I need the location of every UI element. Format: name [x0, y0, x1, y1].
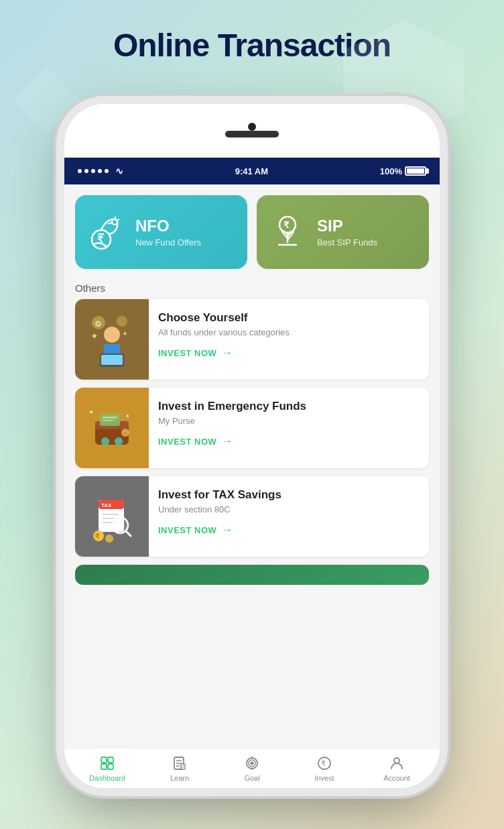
battery-percent: 100% — [380, 166, 402, 176]
svg-point-29 — [101, 437, 109, 445]
svg-point-30 — [115, 437, 123, 445]
nav-item-account[interactable]: Account — [361, 755, 433, 782]
bottom-nav: Dashboard Learn — [64, 748, 440, 788]
sip-title: SIP — [317, 217, 377, 236]
svg-text:RETURN: RETURN — [100, 509, 119, 514]
list-item-choose-yourself[interactable]: ⚙ ✦ ✦ Choose Yoursel — [75, 299, 429, 380]
choose-yourself-cta[interactable]: INVEST NOW → — [158, 347, 233, 359]
svg-rect-46 — [108, 764, 113, 769]
nav-item-goal[interactable]: Goal — [216, 755, 288, 782]
sip-subtitle: Best SIP Funds — [317, 237, 377, 247]
list-item-tax-savings[interactable]: TAX RETURN ₹ — [75, 476, 429, 557]
nav-item-dashboard[interactable]: Dashboard — [71, 755, 143, 782]
phone-mockup: ∿ 9:41 AM 100% ₹ — [64, 104, 440, 788]
choose-yourself-subtitle: All funds under various categories — [158, 327, 420, 337]
invest-arrow-icon: → — [222, 347, 233, 359]
nfo-card[interactable]: ₹ NFO New Fund Offers — [75, 195, 247, 269]
choose-yourself-image: ⚙ ✦ ✦ — [75, 299, 149, 380]
tax-savings-image: TAX RETURN ₹ — [75, 476, 149, 557]
nfo-card-text: NFO New Fund Offers — [135, 217, 201, 247]
wifi-icon: ∿ — [115, 166, 123, 176]
signal-indicator: ∿ — [78, 166, 123, 176]
tax-savings-title: Invest for TAX Savings — [158, 488, 420, 502]
status-bar: ∿ 9:41 AM 100% — [64, 158, 440, 184]
app-content: ₹ NFO New Fund Offers — [64, 184, 440, 748]
svg-text:TAX: TAX — [101, 502, 112, 508]
nfo-subtitle: New Fund Offers — [135, 237, 201, 247]
svg-rect-25 — [103, 417, 117, 419]
emergency-funds-cta[interactable]: INVEST NOW → — [158, 435, 233, 447]
svg-rect-43 — [101, 757, 107, 763]
invest-nav-label: Invest — [314, 774, 334, 782]
choose-yourself-cta-label: INVEST NOW — [158, 348, 216, 358]
svg-point-56 — [251, 761, 254, 765]
phone-notch — [64, 104, 440, 158]
list-item-emergency-funds[interactable]: ✦ ✦ ✦ ○ — [75, 388, 429, 468]
sip-icon: ₹ — [267, 212, 308, 252]
svg-text:✦: ✦ — [88, 408, 94, 416]
dashboard-nav-label: Dashboard — [89, 774, 125, 782]
emergency-funds-image: ✦ ✦ ✦ ○ — [75, 388, 149, 468]
svg-rect-51 — [181, 764, 185, 769]
phone-speaker — [225, 131, 279, 137]
status-time: 9:41 AM — [235, 166, 268, 176]
battery-indicator: 100% — [380, 166, 426, 176]
nav-item-invest[interactable]: ₹ Invest — [288, 755, 361, 782]
tax-savings-subtitle: Under section 80C — [158, 504, 420, 514]
dashboard-icon — [99, 755, 115, 771]
svg-rect-45 — [101, 764, 107, 769]
svg-text:₹: ₹ — [321, 759, 326, 767]
nav-item-learn[interactable]: Learn — [143, 755, 216, 782]
svg-rect-44 — [108, 757, 113, 763]
svg-point-12 — [117, 316, 127, 327]
svg-text:⚙: ⚙ — [94, 319, 102, 329]
svg-text:○: ○ — [123, 431, 127, 437]
svg-text:₹: ₹ — [95, 533, 99, 540]
account-nav-label: Account — [383, 774, 410, 782]
phone-camera — [248, 123, 256, 131]
top-cards-row: ₹ NFO New Fund Offers — [64, 184, 440, 276]
sip-card-text: SIP Best SIP Funds — [317, 217, 377, 247]
nfo-title: NFO — [135, 217, 201, 236]
tax-savings-cta[interactable]: INVEST NOW → — [158, 524, 233, 536]
goal-icon — [244, 755, 260, 771]
sip-card[interactable]: ₹ SIP Best SIP Funds — [257, 195, 429, 269]
svg-point-42 — [105, 535, 113, 543]
choose-yourself-title: Choose Yourself — [158, 311, 420, 325]
invest-arrow-2-icon: → — [222, 435, 233, 447]
svg-rect-26 — [103, 420, 113, 421]
svg-point-13 — [104, 327, 120, 343]
invest-arrow-3-icon: → — [222, 524, 233, 536]
nfo-icon: ₹ — [86, 212, 126, 252]
choose-yourself-body: Choose Yourself All funds under various … — [149, 299, 429, 380]
svg-text:✦: ✦ — [90, 331, 99, 341]
emergency-funds-body: Invest in Emergency Funds My Purse INVES… — [149, 388, 429, 468]
svg-text:₹: ₹ — [284, 220, 290, 230]
invest-icon: ₹ — [316, 755, 332, 771]
partial-card-bottom — [75, 565, 429, 585]
goal-nav-label: Goal — [244, 774, 259, 782]
svg-rect-16 — [101, 355, 123, 365]
svg-line-39 — [126, 531, 131, 536]
emergency-funds-title: Invest in Emergency Funds — [158, 400, 420, 413]
svg-text:✦: ✦ — [125, 413, 130, 419]
svg-text:✦: ✦ — [122, 330, 127, 337]
emergency-funds-cta-label: INVEST NOW — [158, 437, 216, 447]
svg-point-61 — [394, 758, 399, 763]
others-section-label: Others — [64, 276, 440, 299]
learn-nav-label: Learn — [170, 774, 189, 782]
account-icon — [389, 755, 405, 771]
learn-icon — [172, 755, 188, 771]
emergency-funds-subtitle: My Purse — [158, 416, 420, 426]
tax-savings-body: Invest for TAX Savings Under section 80C… — [149, 476, 429, 557]
tax-savings-cta-label: INVEST NOW — [158, 525, 216, 535]
